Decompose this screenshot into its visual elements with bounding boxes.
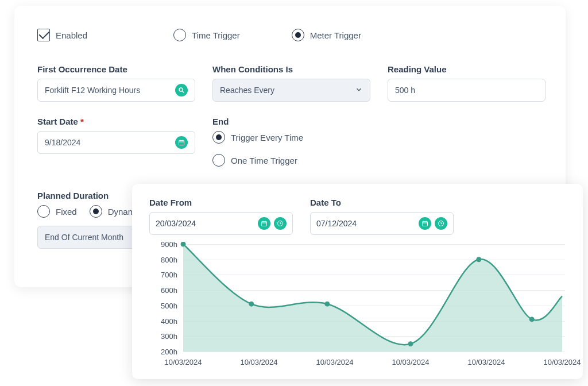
first-occurrence-input[interactable]: Forklift F12 Working Hours <box>37 79 195 102</box>
date-from-value: 20/03/2024 <box>156 219 196 228</box>
checkbox-icon <box>37 29 50 41</box>
first-occurrence-field: First Occurrence Date Forklift F12 Worki… <box>37 64 195 102</box>
end-radio-group: Trigger Every Time One Time Trigger <box>212 131 370 167</box>
chart-point <box>476 257 481 262</box>
radio-icon <box>212 131 225 144</box>
calendar-icon[interactable] <box>258 217 270 230</box>
enabled-checkbox[interactable]: Enabled <box>37 29 87 41</box>
required-asterisk: * <box>80 117 84 126</box>
date-from-label: Date From <box>149 198 293 207</box>
when-conditions-label: When Conditions Is <box>212 64 370 74</box>
chart-panel: Date From 20/03/2024 Date To 07/12/2024 <box>132 184 583 379</box>
start-date-value: 9/18/2024 <box>45 138 80 147</box>
radio-icon <box>37 205 50 218</box>
first-occurrence-label: First Occurrence Date <box>37 64 195 74</box>
one-time-trigger-label: One Time Trigger <box>231 156 297 165</box>
chart-point <box>408 341 413 346</box>
toggle-row: Enabled Time Trigger Meter Trigger <box>37 29 543 41</box>
date-from-field: Date From 20/03/2024 <box>149 198 293 235</box>
trigger-every-time-label: Trigger Every Time <box>231 133 303 142</box>
reading-value-input[interactable]: 500 h <box>388 79 546 102</box>
first-occurrence-value: Forklift F12 Working Hours <box>45 86 140 95</box>
start-date-label-text: Start Date <box>37 117 78 126</box>
reading-value-value: 500 h <box>395 86 415 95</box>
radio-icon <box>292 29 304 41</box>
start-date-input[interactable]: 9/18/2024 <box>37 131 195 154</box>
duration-fixed-radio[interactable]: Fixed <box>37 205 77 218</box>
chart-svg <box>152 242 565 365</box>
radio-icon <box>212 154 225 167</box>
calendar-icon[interactable] <box>419 217 431 230</box>
radio-icon <box>90 205 102 218</box>
date-from-icons <box>258 217 287 230</box>
time-trigger-radio[interactable]: Time Trigger <box>173 29 240 41</box>
meter-trigger-radio[interactable]: Meter Trigger <box>292 29 361 41</box>
end-label: End <box>212 117 370 126</box>
chart-area: 200h300h400h500h600h700h800h900h10/03/20… <box>152 242 565 365</box>
clock-icon[interactable] <box>435 217 447 230</box>
trigger-every-time-radio[interactable]: Trigger Every Time <box>212 131 370 144</box>
meter-trigger-label: Meter Trigger <box>310 30 361 40</box>
enabled-label: Enabled <box>56 30 87 40</box>
chart-point <box>249 302 254 307</box>
chart-point <box>324 302 330 307</box>
when-conditions-value: Reaches Every <box>220 86 274 95</box>
date-from-input[interactable]: 20/03/2024 <box>149 212 293 235</box>
date-to-icons <box>419 217 447 230</box>
duration-select-value: End Of Current Month <box>45 233 123 242</box>
start-date-field: Start Date * 9/18/2024 <box>37 117 195 167</box>
end-field: End Trigger Every Time One Time Trigger <box>212 117 370 167</box>
time-trigger-label: Time Trigger <box>192 30 240 40</box>
date-to-field: Date To 07/12/2024 <box>310 198 454 235</box>
svg-rect-6 <box>262 222 267 226</box>
start-date-label: Start Date * <box>37 117 195 126</box>
svg-rect-2 <box>179 141 184 145</box>
date-range-row: Date From 20/03/2024 Date To 07/12/2024 <box>149 198 566 235</box>
duration-fixed-label: Fixed <box>56 207 77 217</box>
clock-icon[interactable] <box>274 217 287 230</box>
radio-icon <box>173 29 186 41</box>
date-to-label: Date To <box>310 198 454 207</box>
one-time-trigger-radio[interactable]: One Time Trigger <box>212 154 370 167</box>
chart-point <box>529 316 535 322</box>
search-icon[interactable] <box>175 84 188 96</box>
svg-point-0 <box>179 88 183 91</box>
svg-rect-11 <box>423 222 428 226</box>
date-to-value: 07/12/2024 <box>316 219 357 228</box>
reading-value-field: Reading Value 500 h <box>388 64 546 102</box>
when-conditions-select[interactable]: Reaches Every <box>212 79 370 102</box>
chevron-down-icon <box>355 86 363 95</box>
date-to-input[interactable]: 07/12/2024 <box>310 212 454 235</box>
reading-value-label: Reading Value <box>388 64 546 74</box>
calendar-icon[interactable] <box>175 136 188 149</box>
svg-line-1 <box>183 91 184 93</box>
when-conditions-field: When Conditions Is Reaches Every <box>212 64 370 102</box>
